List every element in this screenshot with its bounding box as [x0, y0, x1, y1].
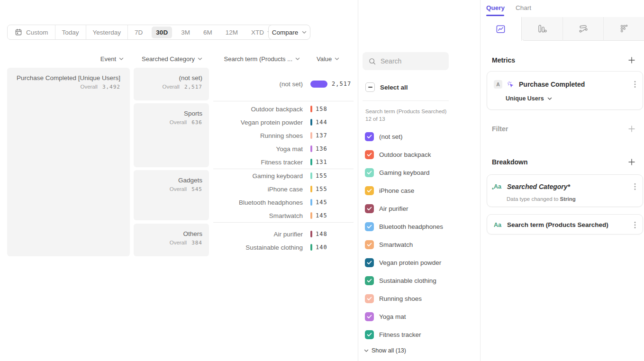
date-range-3m[interactable]: 3M — [174, 25, 197, 39]
breakdown-property-name[interactable]: Searched Category* — [507, 183, 570, 190]
legend-item[interactable]: Bluetooth headphones — [365, 222, 443, 231]
checked-checkbox[interactable] — [365, 294, 374, 303]
aggregation-select[interactable]: Unique Users — [506, 95, 643, 102]
compare-label: Compare — [272, 29, 299, 36]
add-breakdown-button[interactable] — [628, 158, 635, 166]
legend-item[interactable]: Gaming keyboard — [365, 168, 430, 177]
checked-checkbox[interactable] — [365, 204, 374, 213]
column-header-value[interactable]: Value — [317, 55, 347, 63]
indeterminate-checkbox[interactable] — [365, 82, 375, 92]
checked-checkbox[interactable] — [365, 168, 374, 177]
legend-item[interactable]: Smartwatch — [365, 240, 413, 249]
table-row[interactable]: Running shoes 137 — [213, 129, 354, 142]
legend-item[interactable]: Vegan protein powder — [365, 258, 441, 267]
checked-checkbox[interactable] — [365, 222, 374, 231]
kebab-menu-icon[interactable] — [634, 81, 636, 88]
kebab-menu-icon[interactable] — [634, 183, 636, 190]
report-tab-funnels[interactable] — [522, 17, 563, 41]
category-card[interactable]: Gadgets Overall 545 — [134, 170, 209, 220]
value-bar — [310, 244, 312, 251]
date-range-today[interactable]: Today — [55, 25, 86, 39]
search-term-label: Vegan protein powder — [213, 119, 303, 126]
breakdown-card[interactable]: Aa Search term (Products Searched) — [487, 214, 643, 235]
chevron-down-icon — [302, 31, 307, 34]
chevron-down-icon — [198, 57, 202, 61]
date-range-6m[interactable]: 6M — [197, 25, 219, 39]
value-bar — [310, 132, 312, 139]
value-bar — [310, 145, 312, 152]
column-header-search-term[interactable]: Search term (Products ... — [213, 55, 300, 63]
checked-checkbox[interactable] — [365, 258, 374, 267]
legend-item[interactable]: Air purifier — [365, 204, 408, 213]
date-range-custom[interactable]: Custom — [8, 25, 55, 39]
report-tab-retention[interactable] — [604, 17, 644, 41]
table-row[interactable]: Fitness tracker 131 — [213, 155, 354, 169]
checked-checkbox[interactable] — [365, 276, 374, 285]
table-row[interactable]: Vegan protein powder 144 — [213, 116, 354, 129]
breakdown-property-name[interactable]: Search term (Products Searched) — [507, 221, 608, 228]
event-card[interactable]: Purchase Completed [Unique Users] Overal… — [7, 68, 130, 256]
table-row[interactable]: Bluetooth headphones 145 — [213, 196, 354, 209]
show-all-button[interactable]: Show all (13) — [364, 347, 406, 354]
checked-checkbox[interactable] — [365, 132, 374, 141]
metric-name[interactable]: Purchase Completed — [519, 81, 585, 88]
category-card[interactable]: Others Overall 384 — [134, 224, 209, 256]
category-card[interactable]: Sports Overall 636 — [134, 103, 209, 167]
search-term-label: Running shoes — [213, 132, 303, 139]
checked-checkbox[interactable] — [365, 186, 374, 195]
date-range-label: 12M — [226, 29, 238, 36]
date-range-yesterday[interactable]: Yesterday — [86, 25, 128, 39]
value-bar — [310, 172, 312, 179]
metric-card[interactable]: A Purchase Completed Unique Users — [487, 71, 643, 110]
tab-query[interactable]: Query — [486, 4, 505, 11]
table-row[interactable]: Gaming keyboard 155 — [213, 169, 354, 182]
kebab-menu-icon[interactable] — [634, 221, 636, 229]
legend-item-label: Running shoes — [379, 295, 422, 302]
date-range-12m[interactable]: 12M — [219, 25, 245, 39]
value-text: 2,517 — [332, 81, 351, 87]
column-header-searched-category[interactable]: Searched Category — [134, 55, 202, 63]
select-all[interactable]: Select all — [365, 82, 408, 92]
table-row[interactable]: Sustainable clothing 140 — [213, 241, 354, 254]
table-row[interactable]: Smartwatch 145 — [213, 209, 354, 222]
table-row[interactable]: Air purifier 148 — [213, 227, 354, 241]
legend-item[interactable]: (not set) — [365, 132, 403, 141]
breakdown-card[interactable]: Aa* Searched Category* Data type changed… — [487, 174, 643, 207]
legend-item[interactable]: Running shoes — [365, 294, 422, 303]
column-header-event[interactable]: Event — [7, 55, 124, 63]
overall-label: Overall — [80, 84, 97, 90]
compare-button[interactable]: Compare — [268, 25, 310, 40]
legend-search[interactable] — [363, 52, 449, 70]
legend-item-label: Smartwatch — [379, 241, 413, 248]
category-card[interactable]: (not set) Overall 2,517 — [134, 68, 209, 100]
checked-checkbox[interactable] — [365, 312, 374, 321]
search-term-label: Air purifier — [213, 231, 303, 238]
report-tab-flows[interactable] — [563, 17, 604, 41]
legend-item[interactable]: iPhone case — [365, 186, 414, 195]
add-metric-button[interactable] — [628, 56, 635, 64]
legend-item-label: Bluetooth headphones — [379, 223, 443, 230]
checked-checkbox[interactable] — [365, 330, 374, 339]
legend-item[interactable]: Fitness tracker — [365, 330, 421, 339]
legend-item[interactable]: Sustainable clothing — [365, 276, 436, 285]
date-range-7d[interactable]: 7D — [128, 25, 149, 39]
report-tab-insights[interactable] — [481, 17, 522, 41]
tab-chart[interactable]: Chart — [516, 4, 531, 11]
legend-item[interactable]: Yoga mat — [365, 312, 406, 321]
table-row[interactable]: Yoga mat 136 — [213, 142, 354, 155]
add-filter-button[interactable] — [628, 125, 635, 133]
date-range-30d[interactable]: 30D — [149, 25, 174, 39]
divider — [213, 169, 354, 169]
search-term-label: (not set) — [213, 81, 303, 88]
table-row[interactable]: iPhone case 155 — [213, 182, 354, 196]
funnels-icon — [536, 23, 547, 34]
table-row[interactable]: Outdoor backpack 158 — [213, 102, 354, 116]
checked-checkbox[interactable] — [365, 240, 374, 249]
search-input[interactable] — [381, 57, 442, 65]
checked-checkbox[interactable] — [365, 150, 374, 159]
value-text: 145 — [316, 199, 327, 206]
legend-item[interactable]: Outdoor backpack — [365, 150, 431, 159]
overall-label: Overall — [162, 84, 179, 90]
legend-item-label: Vegan protein powder — [379, 259, 441, 266]
table-row[interactable]: (not set) 2,517 — [213, 77, 354, 90]
